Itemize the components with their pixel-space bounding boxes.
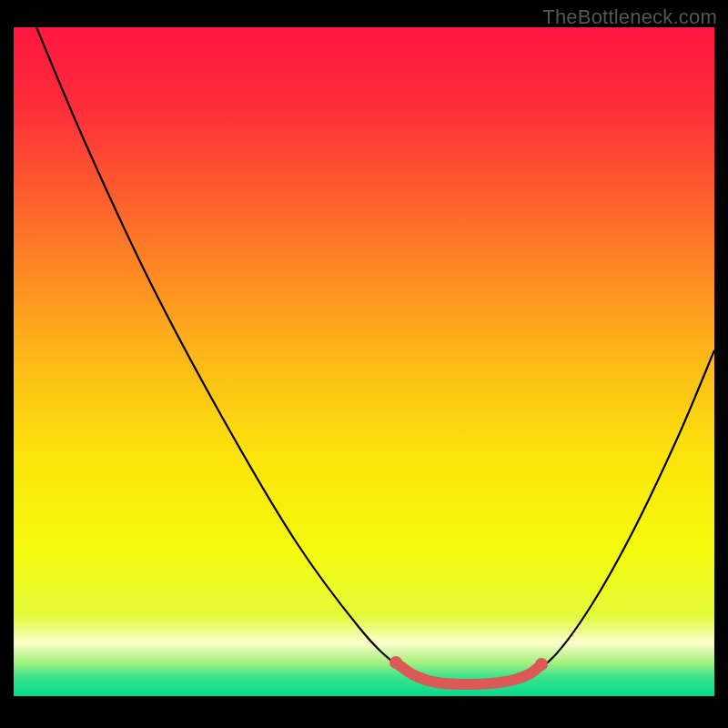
marker-endpoint (535, 658, 548, 671)
marker-endpoint (389, 656, 402, 669)
chart-container: TheBottleneck.com (0, 0, 728, 728)
gradient-background (14, 27, 714, 696)
bottleneck-chart (0, 0, 728, 728)
watermark-text: TheBottleneck.com (542, 5, 717, 29)
